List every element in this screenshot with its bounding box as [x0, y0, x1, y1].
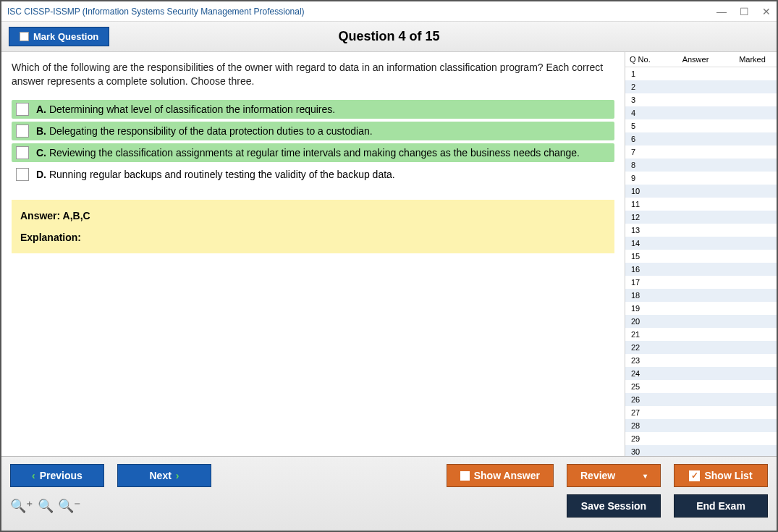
list-item[interactable]: 2 [625, 80, 777, 93]
list-item[interactable]: 16 [625, 263, 777, 276]
list-item[interactable]: 11 [625, 198, 777, 211]
answer-label: Answer: A,B,C [20, 210, 606, 221]
question-title: Question 4 of 15 [338, 29, 439, 44]
list-item[interactable]: 14 [625, 237, 777, 250]
mark-question-button[interactable]: Mark Question [9, 27, 109, 46]
previous-label: Previous [40, 470, 83, 481]
option-row[interactable]: B. Delegating the responsibility of the … [12, 122, 614, 140]
close-icon[interactable]: ✕ [762, 6, 771, 17]
list-item[interactable]: 20 [625, 315, 777, 328]
question-list-panel: Q No. Answer Marked 12345678910111213141… [625, 52, 777, 456]
question-list[interactable]: 1234567891011121314151617181920212223242… [625, 67, 777, 456]
end-exam-button[interactable]: End Exam [674, 494, 768, 518]
list-item[interactable]: 9 [625, 172, 777, 185]
zoom-in-icon[interactable]: 🔍⁺ [10, 498, 33, 514]
review-label: Review [580, 470, 615, 481]
col-qno: Q No. [630, 55, 659, 64]
list-item[interactable]: 22 [625, 341, 777, 354]
option-label: D. Running regular backups and routinely… [36, 169, 395, 180]
list-item[interactable]: 19 [625, 302, 777, 315]
chevron-down-icon: ▾ [643, 472, 647, 480]
previous-button[interactable]: ‹ Previous [10, 464, 104, 487]
zoom-controls: 🔍⁺ 🔍 🔍⁻ [10, 498, 81, 514]
checkbox-icon [20, 32, 29, 41]
checkbox-icon[interactable] [16, 146, 29, 159]
show-list-button[interactable]: ✓ Show List [674, 464, 768, 487]
option-label: C. Reviewing the classification assignme… [36, 147, 580, 159]
show-list-label: Show List [704, 470, 752, 481]
list-item[interactable]: 5 [625, 119, 777, 132]
zoom-out-icon[interactable]: 🔍⁻ [58, 498, 81, 514]
list-item[interactable]: 12 [625, 211, 777, 224]
list-item[interactable]: 3 [625, 93, 777, 106]
list-item[interactable]: 13 [625, 224, 777, 237]
minimize-icon[interactable]: — [716, 6, 727, 17]
button-row: ‹ Previous Next › Show Answer Review ▾ ✓… [10, 464, 768, 487]
option-label: A. Determining what level of classificat… [36, 104, 335, 115]
explanation-label: Explanation: [20, 232, 606, 243]
option-label: B. Delegating the responsibility of the … [36, 125, 373, 137]
body: Which of the following are the responsib… [1, 52, 777, 456]
list-item[interactable]: 30 [625, 445, 777, 456]
list-item[interactable]: 6 [625, 132, 777, 145]
checkbox-icon [460, 471, 470, 481]
review-button[interactable]: Review ▾ [567, 464, 661, 487]
list-item[interactable]: 17 [625, 276, 777, 289]
list-item[interactable]: 8 [625, 159, 777, 172]
checkbox-icon[interactable] [16, 103, 29, 116]
window-controls: — ☐ ✕ [716, 6, 771, 17]
end-exam-label: End Exam [696, 500, 745, 512]
list-item[interactable]: 1 [625, 67, 777, 80]
col-marked: Marked [732, 55, 772, 64]
chevron-left-icon: ‹ [32, 470, 35, 481]
list-item[interactable]: 24 [625, 367, 777, 380]
show-answer-button[interactable]: Show Answer [447, 464, 554, 487]
list-item[interactable]: 27 [625, 406, 777, 419]
col-answer: Answer [659, 55, 732, 64]
option-row[interactable]: D. Running regular backups and routinely… [12, 165, 614, 184]
list-item[interactable]: 29 [625, 432, 777, 445]
footer: ‹ Previous Next › Show Answer Review ▾ ✓… [1, 456, 777, 531]
button-row-2: 🔍⁺ 🔍 🔍⁻ Save Session End Exam [10, 494, 768, 518]
list-item[interactable]: 23 [625, 354, 777, 367]
list-item[interactable]: 26 [625, 393, 777, 406]
list-item[interactable]: 18 [625, 289, 777, 302]
header-bar: Mark Question Question 4 of 15 [1, 22, 777, 52]
list-item[interactable]: 25 [625, 380, 777, 393]
save-session-label: Save Session [581, 500, 646, 512]
window-title: ISC CISSP-ISSMP (Information Systems Sec… [7, 7, 716, 17]
main-content: Which of the following are the responsib… [1, 52, 625, 456]
maximize-icon[interactable]: ☐ [740, 6, 749, 17]
mark-question-label: Mark Question [33, 31, 98, 42]
list-item[interactable]: 21 [625, 328, 777, 341]
list-item[interactable]: 4 [625, 106, 777, 119]
checkbox-icon[interactable] [16, 168, 29, 181]
question-text: Which of the following are the responsib… [12, 61, 614, 88]
next-button[interactable]: Next › [117, 464, 211, 487]
checked-icon: ✓ [689, 470, 700, 481]
option-row[interactable]: C. Reviewing the classification assignme… [12, 143, 614, 162]
show-answer-label: Show Answer [474, 470, 540, 481]
checkbox-icon[interactable] [16, 124, 29, 138]
list-item[interactable]: 10 [625, 185, 777, 198]
chevron-right-icon: › [176, 470, 179, 481]
titlebar: ISC CISSP-ISSMP (Information Systems Sec… [1, 1, 777, 22]
options-list: A. Determining what level of classificat… [12, 100, 614, 187]
next-label: Next [149, 470, 171, 481]
option-row[interactable]: A. Determining what level of classificat… [12, 100, 614, 119]
save-session-button[interactable]: Save Session [567, 494, 661, 518]
app-window: ISC CISSP-ISSMP (Information Systems Sec… [0, 0, 778, 532]
zoom-reset-icon[interactable]: 🔍 [38, 498, 54, 514]
list-item[interactable]: 28 [625, 419, 777, 432]
list-item[interactable]: 15 [625, 250, 777, 263]
list-item[interactable]: 7 [625, 145, 777, 159]
answer-box: Answer: A,B,C Explanation: [12, 200, 614, 253]
question-list-header: Q No. Answer Marked [625, 52, 777, 67]
